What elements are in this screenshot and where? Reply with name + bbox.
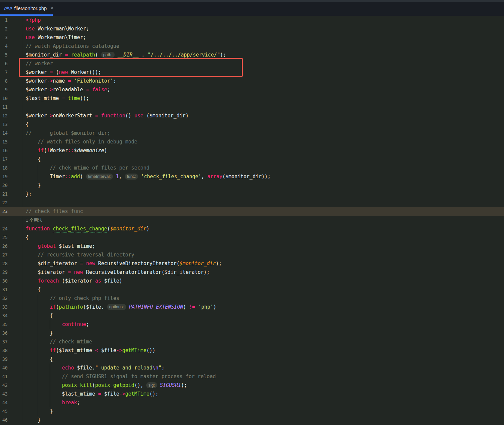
gutter[interactable]: 17 (0, 155, 23, 164)
code-line[interactable]: 7$worker = (new Worker()); (0, 68, 504, 77)
gutter[interactable]: 37 (0, 337, 23, 346)
gutter[interactable]: 19 (0, 172, 23, 181)
gutter[interactable]: 40 (0, 363, 23, 372)
code-line[interactable]: 17 { (0, 155, 504, 164)
token-kw: use (26, 26, 35, 32)
code-line[interactable]: 16 if(!Worker::$daemonize) (0, 146, 504, 155)
gutter[interactable]: 12 (0, 111, 23, 120)
gutter[interactable]: 36 (0, 329, 23, 337)
gutter[interactable]: 20 (0, 181, 23, 190)
gutter[interactable]: 7 (0, 68, 23, 77)
code-line[interactable]: 46 } (0, 416, 504, 424)
gutter[interactable]: 22 (0, 198, 23, 207)
code-line[interactable]: 36 } (0, 329, 504, 337)
gutter[interactable]: 16 (0, 146, 23, 155)
code-line[interactable]: 40 echo $file." update and reload\n"; (0, 363, 504, 372)
gutter[interactable]: 33 (0, 303, 23, 311)
gutter[interactable]: 46 (0, 416, 23, 424)
code-line[interactable]: 2use Workerman\Worker; (0, 24, 504, 33)
code-line[interactable]: 34 { (0, 311, 504, 320)
gutter[interactable]: 27 (0, 250, 23, 259)
gutter[interactable]: 3 (0, 33, 23, 42)
gutter[interactable]: 9 (0, 85, 23, 94)
code-line[interactable]: 44 break; (0, 398, 504, 407)
code-line[interactable]: 3use Workerman\Timer; (0, 33, 504, 42)
gutter[interactable]: 14 (0, 129, 23, 137)
code-line[interactable]: 43 $last_mtime = $file->getMTime(); (0, 390, 504, 398)
code-line[interactable]: 1<?php (0, 16, 504, 24)
inlay-usage-row[interactable]: 1 个用法 (0, 216, 504, 224)
gutter[interactable]: 44 (0, 398, 23, 407)
gutter[interactable]: 42 (0, 381, 23, 390)
gutter[interactable] (0, 216, 23, 224)
code-line[interactable]: 42 posix_kill(posix_getppid(), sig: SIGU… (0, 381, 504, 390)
code-line[interactable]: 8$worker->name = 'FileMonitor'; (0, 77, 504, 85)
code-line[interactable]: 39 { (0, 355, 504, 363)
code-line[interactable]: 14// global $monitor_dir; (0, 129, 504, 137)
code-line[interactable]: 11 (0, 103, 504, 111)
gutter[interactable]: 30 (0, 277, 23, 285)
gutter[interactable]: 6 (0, 59, 23, 68)
code-line[interactable]: 38 if($last_mtime < $file->getMTime()) (0, 346, 504, 355)
code-line[interactable]: 26 global $last_mtime; (0, 242, 504, 250)
code-editor[interactable]: 1<?php2use Workerman\Worker;3use Workerm… (0, 16, 504, 425)
code-line[interactable]: 30 foreach ($iterator as $file) (0, 277, 504, 285)
code-line[interactable]: 13{ (0, 120, 504, 129)
gutter[interactable]: 38 (0, 346, 23, 355)
gutter[interactable]: 35 (0, 320, 23, 329)
code-line[interactable]: 45 } (0, 407, 504, 416)
gutter[interactable]: 31 (0, 285, 23, 294)
code-line[interactable]: 22 (0, 198, 504, 207)
gutter[interactable]: 41 (0, 372, 23, 381)
code-line[interactable]: 6// worker (0, 59, 504, 68)
gutter[interactable]: 32 (0, 294, 23, 303)
tab-filemonitor-php[interactable]: php fileMonitor.php × (0, 2, 58, 14)
gutter[interactable]: 4 (0, 42, 23, 50)
code-line[interactable]: 15 // watch files only in debug mode (0, 137, 504, 146)
code-line[interactable]: 41 // send SIGUSR1 signal to master proc… (0, 372, 504, 381)
usages-inlay-hint[interactable]: 1 个用法 (26, 218, 42, 223)
gutter[interactable]: 21 (0, 190, 23, 198)
code-line[interactable]: 37 // check mtime (0, 337, 504, 346)
code-line[interactable]: 23// check files func (0, 207, 504, 216)
gutter[interactable]: 45 (0, 407, 23, 416)
gutter[interactable]: 15 (0, 137, 23, 146)
close-icon[interactable]: × (50, 5, 53, 11)
code-line[interactable]: 29 $iterator = new RecursiveIteratorIter… (0, 268, 504, 277)
code-line[interactable]: 25{ (0, 233, 504, 242)
gutter[interactable]: 24 (0, 224, 23, 233)
code-line[interactable]: 31 { (0, 285, 504, 294)
code-line[interactable]: 12$worker->onWorkerStart = function() us… (0, 111, 504, 120)
gutter[interactable]: 18 (0, 164, 23, 172)
code-line[interactable]: 33 if(pathinfo($file, options: PATHINFO_… (0, 303, 504, 311)
code-line[interactable]: 32 // only check php files (0, 294, 504, 303)
code-line[interactable]: 4// watch Applications catalogue (0, 42, 504, 50)
code-line[interactable]: 24function check_files_change($monitor_d… (0, 224, 504, 233)
gutter[interactable]: 11 (0, 103, 23, 111)
gutter[interactable]: 8 (0, 77, 23, 85)
gutter[interactable]: 43 (0, 390, 23, 398)
gutter[interactable]: 13 (0, 120, 23, 129)
gutter[interactable]: 10 (0, 94, 23, 103)
code-line[interactable]: 35 continue; (0, 320, 504, 329)
gutter[interactable]: 1 (0, 16, 23, 24)
gutter[interactable]: 39 (0, 355, 23, 363)
gutter[interactable]: 28 (0, 259, 23, 268)
code-line[interactable]: 20 } (0, 181, 504, 190)
gutter[interactable]: 5 (0, 50, 23, 59)
gutter[interactable]: 25 (0, 233, 23, 242)
code-line[interactable]: 27 // recursive traversal directory (0, 250, 504, 259)
code-line[interactable]: 18 // chek mtime of files per second (0, 164, 504, 172)
code-line[interactable]: 10$last_mtime = time(); (0, 94, 504, 103)
gutter[interactable]: 29 (0, 268, 23, 277)
code-line[interactable]: 9$worker->reloadable = false; (0, 85, 504, 94)
gutter[interactable]: 2 (0, 24, 23, 33)
code-line[interactable]: 28 $dir_iterator = new RecursiveDirector… (0, 259, 504, 268)
gutter[interactable]: 34 (0, 311, 23, 320)
token-pl: ); (216, 260, 222, 267)
gutter[interactable]: 26 (0, 242, 23, 250)
code-line[interactable]: 5$monitor_dir = realpath( path: __DIR__ … (0, 50, 504, 59)
code-line[interactable]: 19 Timer::add( timeInterval: 1, func: 'c… (0, 172, 504, 181)
code-line[interactable]: 21}; (0, 190, 504, 198)
gutter[interactable]: 23 (0, 207, 23, 216)
